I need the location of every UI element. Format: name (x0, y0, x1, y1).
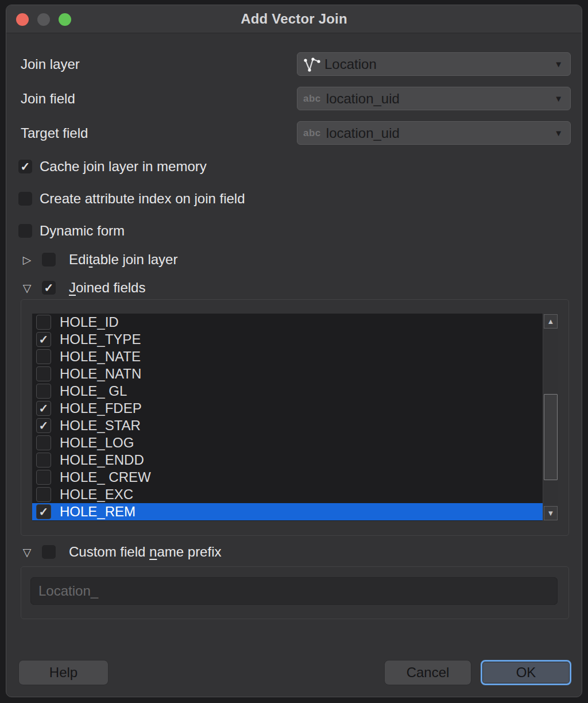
chevron-down-icon: ▼ (554, 128, 563, 137)
custom-prefix-checkbox[interactable] (42, 545, 56, 559)
cache-join-layer-label: Cache join layer in memory (40, 159, 207, 175)
field-row[interactable]: HOLE_EXC (32, 486, 543, 503)
custom-prefix-group[interactable]: ▽ Custom field name prefix (21, 544, 221, 560)
joined-fields-label: Joined fields (69, 280, 145, 296)
field-row[interactable]: HOLE_ID (32, 314, 543, 331)
field-name: HOLE_ CREW (60, 469, 151, 485)
field-checkbox[interactable]: ✓ (36, 504, 51, 519)
field-name: HOLE_NATE (60, 349, 141, 365)
dynamic-form-checkbox[interactable] (18, 224, 32, 238)
field-checkbox[interactable] (36, 453, 51, 468)
vector-line-layer-icon (303, 56, 320, 73)
field-name: HOLE_TYPE (60, 331, 141, 347)
cache-join-layer-option[interactable]: ✓ Cache join layer in memory (18, 159, 207, 175)
scrollbar[interactable]: ▲ ▼ (543, 314, 558, 521)
scroll-down-icon[interactable]: ▼ (544, 506, 558, 520)
chevron-down-icon: ▼ (554, 93, 563, 103)
field-row[interactable]: HOLE_ CREW (32, 469, 543, 486)
text-type-icon: abc (303, 128, 321, 139)
field-row[interactable]: HOLE_NATN (32, 365, 543, 383)
traffic-lights (16, 13, 71, 26)
field-name: HOLE_LOG (60, 435, 134, 451)
custom-prefix-label: Custom field name prefix (69, 544, 221, 560)
scroll-up-icon[interactable]: ▲ (544, 314, 558, 329)
field-checkbox[interactable]: ✓ (36, 332, 51, 347)
field-name: HOLE_REM (60, 504, 136, 520)
join-field-combobox[interactable]: abc location_uid ▼ (297, 87, 571, 110)
join-field-value: location_uid (326, 91, 400, 107)
editable-join-layer-label: Editable join layer (69, 252, 177, 268)
join-layer-combobox[interactable]: Location ▼ (297, 52, 571, 76)
add-vector-join-dialog: Add Vector Join Join layer Location ▼ Jo… (6, 5, 582, 697)
field-row[interactable]: HOLE_ GL (32, 383, 543, 400)
field-list-rows: HOLE_ID ✓ HOLE_TYPE HOLE_NATE HOLE_NATN … (32, 314, 543, 520)
field-checkbox[interactable] (36, 349, 51, 364)
create-attribute-index-label: Create attribute index on join field (40, 191, 245, 207)
field-checkbox[interactable] (36, 315, 51, 330)
field-row[interactable]: ✓ HOLE_REM (32, 503, 543, 520)
field-row[interactable]: ✓ HOLE_TYPE (32, 331, 543, 348)
join-layer-value: Location (324, 56, 377, 72)
text-type-icon: abc (303, 93, 321, 105)
field-checkbox[interactable] (36, 470, 51, 485)
join-layer-label: Join layer (21, 52, 80, 76)
close-button[interactable] (16, 13, 29, 26)
field-row[interactable]: HOLE_LOG (32, 434, 543, 451)
target-field-combobox[interactable]: abc location_uid ▼ (297, 121, 571, 145)
join-field-label: Join field (21, 87, 75, 110)
field-row[interactable]: HOLE_NATE (32, 348, 543, 365)
expanded-triangle-icon[interactable]: ▽ (21, 546, 33, 559)
dynamic-form-option[interactable]: Dynamic form (18, 223, 125, 239)
expanded-triangle-icon[interactable]: ▽ (21, 281, 33, 295)
titlebar[interactable]: Add Vector Join (6, 5, 582, 33)
field-list[interactable]: HOLE_ID ✓ HOLE_TYPE HOLE_NATE HOLE_NATN … (32, 314, 558, 521)
help-button[interactable]: Help (18, 660, 109, 685)
scrollbar-thumb[interactable] (544, 394, 558, 480)
editable-join-layer-group[interactable]: ▷ Editable join layer (21, 252, 177, 268)
collapsed-triangle-icon[interactable]: ▷ (21, 253, 33, 266)
window-title: Add Vector Join (241, 11, 347, 27)
field-name: HOLE_FDEP (60, 400, 142, 416)
ok-button[interactable]: OK (481, 660, 571, 685)
field-row[interactable]: ✓ HOLE_STAR (32, 417, 543, 434)
field-checkbox[interactable] (36, 435, 51, 450)
joined-fields-group[interactable]: ▽ ✓ Joined fields (21, 280, 145, 296)
field-row[interactable]: HOLE_ENDD (32, 451, 543, 469)
editable-join-layer-checkbox[interactable] (42, 253, 56, 266)
custom-prefix-input[interactable] (30, 577, 558, 605)
field-checkbox[interactable] (36, 487, 51, 502)
field-name: HOLE_EXC (60, 486, 133, 503)
field-checkbox[interactable] (36, 366, 51, 381)
create-attribute-index-option[interactable]: Create attribute index on join field (18, 191, 245, 207)
cancel-button[interactable]: Cancel (384, 660, 471, 685)
field-name: HOLE_ GL (60, 383, 127, 399)
target-field-value: location_uid (326, 125, 400, 141)
field-name: HOLE_ENDD (60, 452, 144, 468)
field-row[interactable]: ✓ HOLE_FDEP (32, 400, 543, 417)
dynamic-form-label: Dynamic form (40, 223, 125, 239)
field-name: HOLE_NATN (60, 366, 141, 382)
create-attribute-index-checkbox[interactable] (18, 192, 32, 206)
cache-join-layer-checkbox[interactable]: ✓ (18, 160, 32, 173)
minimize-button[interactable] (37, 13, 50, 26)
joined-fields-checkbox[interactable]: ✓ (42, 281, 56, 295)
field-checkbox[interactable]: ✓ (36, 418, 51, 433)
field-name: HOLE_ID (60, 314, 119, 330)
target-field-label: Target field (21, 121, 88, 145)
field-checkbox[interactable] (36, 384, 51, 399)
field-checkbox[interactable]: ✓ (36, 401, 51, 416)
chevron-down-icon: ▼ (554, 59, 563, 68)
zoom-button[interactable] (59, 13, 71, 26)
field-name: HOLE_STAR (60, 418, 141, 434)
